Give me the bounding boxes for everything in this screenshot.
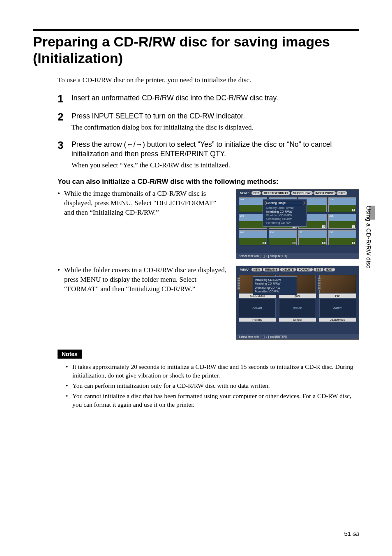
- folder-item: Album ALBUM019: [319, 299, 356, 322]
- step-1: 1 Insert an unformatted CD-R/RW disc int…: [58, 93, 359, 104]
- exit-tab: EXIT: [337, 191, 347, 195]
- format-dropdown: Deleting Image Memory Stick Format Initi…: [263, 199, 307, 227]
- step-subtext: The confirmation dialog box for initiali…: [71, 123, 359, 132]
- notes-heading: Notes: [58, 350, 82, 359]
- folder-item: Pari: [319, 275, 356, 298]
- thumbnail: 2120: [328, 230, 357, 245]
- methods-subheading: You can also initialize a CD-R/RW disc w…: [58, 178, 359, 186]
- delete-format-tab: DELETE/FORMAT: [262, 191, 290, 195]
- dropdown-option: Initializing CD-R/RW: [265, 210, 305, 213]
- dropdown-option: Formatting CD-RW: [255, 290, 295, 293]
- screenshot-folders: MENU NEW RENAME DELETE FORMAT SET EXIT A…: [236, 266, 359, 340]
- note-item: You can perform initialization only for …: [72, 382, 270, 390]
- delete-tab: DELETE: [280, 268, 296, 271]
- exit-tab: EXIT: [324, 268, 335, 271]
- bullet-icon: •: [58, 266, 62, 294]
- dropdown-option: Finalizing CD-R/RW: [265, 213, 305, 217]
- intro-text: To use a CD-R/RW disc on the printer, yo…: [58, 76, 359, 84]
- thumbnail: 2080: [328, 214, 357, 229]
- dropdown-highlight: Initializing CD-R/RW: [255, 278, 295, 282]
- step-number: 2: [58, 111, 66, 132]
- folder-item: Album School: [279, 299, 316, 322]
- folder-item: Album Holiday: [239, 299, 276, 322]
- step-2: 2 Press INPUT SELECT to turn on the CD-R…: [58, 111, 359, 132]
- step-instruction: Press the arrow (←/→) button to select “…: [71, 140, 359, 159]
- method-1-row: • While the image thumbnails of a CD-R/R…: [58, 189, 359, 259]
- slideshow-tab: SLIDESHOW: [291, 191, 312, 195]
- method-2-text: While the folder covers in a CD-R/RW dis…: [64, 266, 228, 294]
- bullet-icon: •: [66, 392, 70, 409]
- notes-list: •It takes approximately 20 seconds to in…: [66, 363, 359, 409]
- dropdown-option: Finalizing CD-R/RW: [255, 282, 295, 285]
- set-tab: SET: [251, 191, 261, 195]
- dropdown-option: Unfinalizing CD-RW: [255, 286, 295, 290]
- menu-tab: MENU: [238, 191, 251, 195]
- menu-tab: MENU: [238, 268, 251, 271]
- new-tab: NEW: [251, 268, 262, 271]
- bullet-icon: •: [66, 382, 70, 390]
- thumbnail: 2090: [239, 230, 267, 245]
- section-rule: [33, 29, 359, 31]
- page-number: 51GB: [344, 530, 359, 537]
- method-1-text: While the image thumbnails of a CD-R/RW …: [64, 189, 228, 218]
- step-number: 3: [58, 140, 66, 170]
- format-tab: FORMAT: [297, 268, 313, 271]
- dropdown-option: Memory Stick Format: [265, 206, 305, 210]
- thumbnail: 2040: [328, 197, 357, 212]
- side-tab-label: Using a CD-R/RW disc: [365, 206, 372, 268]
- dropdown-option: Unfinalizing CD-RW: [265, 217, 305, 221]
- method-2-row: • While the folder covers in a CD-R/RW d…: [58, 266, 359, 340]
- steps-list: 1 Insert an unformatted CD-R/RW disc int…: [58, 93, 359, 170]
- format-dropdown: Initializing CD-R/RW Finalizing CD-R/RW …: [253, 276, 297, 295]
- screenshot-thumbnails: MENU SET DELETE/FORMAT SLIDESHOW INDEX P…: [236, 189, 359, 259]
- bullet-icon: •: [66, 363, 70, 380]
- dropdown-option: Formatting CD-RW: [265, 221, 305, 225]
- index-print-tab: INDEX PRINT: [314, 191, 336, 195]
- set-tab: SET: [314, 268, 323, 271]
- status-bar: Select item with [ ↑ ][ ↓ ] and [ENTER].: [236, 253, 359, 259]
- note-item: You cannot initialize a disc that has be…: [72, 392, 359, 409]
- bullet-icon: •: [58, 189, 62, 218]
- step-3: 3 Press the arrow (←/→) button to select…: [58, 140, 359, 170]
- step-instruction: Press INPUT SELECT to turn on the CD-RW …: [71, 111, 359, 121]
- step-subtext: When you select “Yes,” the CD-R/RW disc …: [71, 161, 359, 170]
- thumbnail: 2100: [269, 230, 297, 245]
- step-number: 1: [58, 93, 66, 104]
- rename-tab: RENAME: [263, 268, 279, 271]
- dropdown-highlight: Deleting Image: [265, 201, 305, 205]
- note-item: It takes approximately 20 seconds to ini…: [72, 363, 359, 380]
- page-title: Preparing a CD-R/RW disc for saving imag…: [33, 33, 359, 66]
- step-instruction: Insert an unformatted CD-R/RW disc into …: [71, 93, 359, 103]
- thumbnail: 2110: [298, 230, 327, 245]
- status-bar: Select item with [ ↑ ][ ↓ ] and [ENTER].: [236, 334, 359, 339]
